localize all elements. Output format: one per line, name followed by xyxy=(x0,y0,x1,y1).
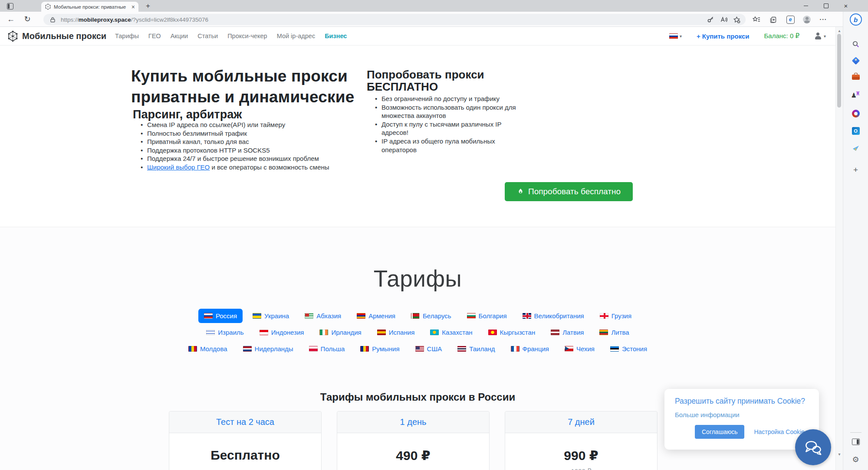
country-tab[interactable]: Чехия xyxy=(559,342,600,356)
country-tab[interactable]: Испания xyxy=(372,325,421,339)
buy-proxy-button[interactable]: + Купить прокси xyxy=(697,33,750,40)
country-flag-icon xyxy=(305,313,313,319)
country-tab[interactable]: Израиль xyxy=(201,325,249,339)
nav-item[interactable]: Статьи xyxy=(197,33,218,39)
page-scrollbar[interactable]: ▴ ▾ xyxy=(835,27,843,470)
country-tab[interactable]: Кыргызстан xyxy=(483,325,541,339)
brand-name: Мобильные прокси xyxy=(22,31,106,41)
add-favorite-icon[interactable] xyxy=(732,15,741,24)
account-button[interactable]: ▾ xyxy=(814,33,826,39)
avatar-icon xyxy=(803,16,811,23)
favorites-icon[interactable] xyxy=(751,14,762,25)
country-tab[interactable]: Молдова xyxy=(183,342,233,356)
cookie-more-info-link[interactable]: Больше информации xyxy=(675,411,740,418)
nav-item[interactable]: Бизнес xyxy=(325,33,347,39)
country-tab[interactable]: Индонезия xyxy=(254,325,310,339)
edge-sidebar: b ♟♜ O + ⚙ xyxy=(843,12,868,470)
country-tab[interactable]: Абхазия xyxy=(299,309,347,323)
minimize-button[interactable] xyxy=(796,0,816,12)
hero-subtitle: Парсинг, арбитраж xyxy=(133,108,242,121)
collections-icon[interactable] xyxy=(767,14,779,25)
country-tab[interactable]: Армения xyxy=(351,309,401,323)
office-icon[interactable] xyxy=(852,110,860,118)
sidebar-panel-icon[interactable] xyxy=(852,439,860,445)
scroll-up-icon[interactable]: ▴ xyxy=(836,28,843,33)
country-tab[interactable]: Литва xyxy=(594,325,635,339)
country-label: Россия xyxy=(216,312,237,320)
tab-close-icon[interactable]: × xyxy=(132,4,135,10)
country-tab[interactable]: Таиланд xyxy=(452,342,500,356)
outlook-icon[interactable]: O xyxy=(852,127,860,135)
country-rows: РоссияУкраинаАбхазияАрменияБеларусьБолга… xyxy=(0,309,835,356)
site-logo[interactable]: Мобильные прокси xyxy=(7,30,106,42)
country-tab[interactable]: Латвия xyxy=(545,325,589,339)
toolbox-icon[interactable] xyxy=(852,75,860,80)
close-button[interactable]: × xyxy=(836,0,856,12)
profile-avatar[interactable] xyxy=(801,14,812,25)
chat-widget-button[interactable] xyxy=(795,429,831,465)
maximize-icon xyxy=(824,3,829,8)
country-tab[interactable]: Болгария xyxy=(461,309,513,323)
bing-chat-icon[interactable]: b xyxy=(850,13,862,26)
country-tab[interactable]: США xyxy=(410,342,448,356)
country-tab[interactable]: Франция xyxy=(505,342,555,356)
back-button[interactable]: ← xyxy=(5,13,16,25)
drop-icon[interactable] xyxy=(852,145,860,152)
scrollbar-thumb[interactable] xyxy=(837,34,841,108)
nav-item[interactable]: ГЕО xyxy=(148,33,161,39)
settings-gear-icon[interactable]: ⚙ xyxy=(852,455,859,464)
country-tab[interactable]: Румыния xyxy=(355,342,405,356)
feature-text: Приватный канал, только для вас xyxy=(147,138,249,145)
refresh-button[interactable]: ↻ xyxy=(22,13,33,25)
country-tab[interactable]: Россия xyxy=(198,309,243,323)
country-label: Армения xyxy=(368,312,395,320)
country-flag-icon xyxy=(600,313,608,319)
ie-mode-icon[interactable]: e xyxy=(785,14,796,25)
browser-menu-button[interactable]: ··· xyxy=(818,14,829,25)
country-tab[interactable]: Эстония xyxy=(605,342,653,356)
scroll-down-icon[interactable]: ▾ xyxy=(836,452,843,457)
nav-item[interactable]: Прокси-чекер xyxy=(227,33,267,39)
geo-link[interactable]: Широкий выбор ГЕО xyxy=(147,163,210,171)
country-label: Молдова xyxy=(200,345,227,352)
country-tab[interactable]: Беларусь xyxy=(405,309,457,323)
country-label: Кыргызстан xyxy=(500,329,536,336)
shopping-icon[interactable] xyxy=(853,58,858,64)
vertical-tabs-button[interactable] xyxy=(5,2,15,10)
password-key-icon[interactable] xyxy=(706,15,715,24)
new-tab-button[interactable]: + xyxy=(143,1,153,11)
nav-item[interactable]: Мой ip-адрес xyxy=(277,33,315,39)
language-selector[interactable]: ▾ xyxy=(669,33,682,39)
tariff-card: 7 дней 990 ₽ 1090 ₽ xyxy=(505,411,658,470)
country-tab[interactable]: Украина xyxy=(247,309,295,323)
browser-tab[interactable]: Мобильные прокси: приватные × xyxy=(41,2,138,12)
country-tab[interactable]: Ирландия xyxy=(314,325,367,339)
country-tab[interactable]: Польша xyxy=(303,342,351,356)
country-tab[interactable]: Казахстан xyxy=(424,325,478,339)
country-tab[interactable]: Грузия xyxy=(594,309,637,323)
search-icon[interactable] xyxy=(852,40,860,48)
cookie-settings-link[interactable]: Настройка Cookie xyxy=(754,428,804,435)
try-free-button[interactable]: Попробовать бесплатно xyxy=(505,182,633,201)
maximize-button[interactable] xyxy=(816,0,836,12)
add-sidebar-icon[interactable]: + xyxy=(853,165,858,175)
feature-text: Смена IP адреса по ссылке(API) или тайме… xyxy=(147,121,285,128)
country-tab[interactable]: Великобритания xyxy=(517,309,590,323)
feature-item: Приватный канал, только для вас xyxy=(140,137,329,146)
country-flag-icon xyxy=(309,346,318,352)
feature-item: Без ограничений по доступу и трафику xyxy=(374,95,527,103)
feature-item: Доступ к пулу с тысячами различных IP ад… xyxy=(374,120,527,137)
trial-title-line2: БЕСПЛАТНО xyxy=(367,80,438,94)
country-tab[interactable]: Нидерланды xyxy=(237,342,299,356)
country-label: Таиланд xyxy=(469,345,495,352)
games-icon[interactable]: ♟♜ xyxy=(851,91,861,100)
read-aloud-icon[interactable] xyxy=(719,15,728,24)
country-flag-icon xyxy=(551,330,559,335)
plus-icon: + xyxy=(697,33,700,40)
country-label: Испания xyxy=(389,329,415,336)
cookie-agree-button[interactable]: Соглашаюсь xyxy=(695,425,744,439)
nav-item[interactable]: Акции xyxy=(171,33,188,39)
nav-item[interactable]: Тарифы xyxy=(115,33,139,39)
url-text[interactable]: https://mobileproxy.space/?ysclid=licw2l… xyxy=(61,16,702,23)
address-bar[interactable]: https://mobileproxy.space/?ysclid=licw2l… xyxy=(43,14,746,25)
